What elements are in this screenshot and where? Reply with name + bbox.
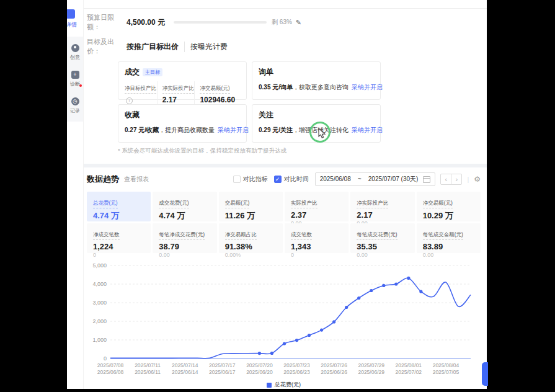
chevron-left-icon[interactable]: ‹ <box>440 174 451 185</box>
goal-card-deal[interactable]: 成交 主目标 净目标投产比i 2.45 ✎ 净实际投产比 2.17 <box>118 61 247 100</box>
adopt-enable-link[interactable]: 采纳并开启 <box>352 84 383 91</box>
goal-price: 0.29 元/关注 <box>259 127 293 133</box>
metric-label: 每笔净成交花费(元) <box>159 231 205 240</box>
budget-remaining: 剩 63% <box>272 18 292 27</box>
metric-card-orders[interactable]: 成交笔数 1,343 0 <box>285 223 349 253</box>
goal-card-inquiry[interactable]: 询单 0.35 元/询单，获取更多意向咨询采纳并开启 <box>252 61 381 100</box>
alert-dot <box>79 84 82 87</box>
bidding-label: 目标及出价： <box>87 37 127 56</box>
main-panel: 预算日限额： 4,500.00 元 剩 63% ✎ 目标及出价： 按推广目标出价… <box>84 0 487 389</box>
metric-value: 2.17 <box>357 210 408 220</box>
goal-title: 关注 <box>259 110 273 120</box>
svg-text:2025/06/26: 2025/06/26 <box>321 369 347 375</box>
metric-value: 4.74 万 <box>93 210 144 221</box>
sidebar-menu: 创意 诊断 记录 <box>67 37 83 122</box>
sidebar-item-label: 诊断 <box>70 81 80 87</box>
svg-text:2025/07/23: 2025/07/23 <box>283 362 310 368</box>
goal-metric-value: 102946.60 <box>200 96 240 104</box>
metric-label: 总花费(元) <box>93 200 118 208</box>
svg-text:2025/07/20: 2025/07/20 <box>246 362 273 368</box>
svg-text:2025/06/23: 2025/06/23 <box>283 369 310 375</box>
metric-card-net-orders[interactable]: 净成交笔数 1,224 0 <box>87 223 151 253</box>
svg-text:1,000: 1,000 <box>92 337 107 343</box>
compare-time-checkbox[interactable]: ✓ <box>274 176 282 183</box>
gear-icon[interactable]: ⚙ <box>474 175 481 184</box>
goal-metric-label: 净交易额(元) <box>200 85 229 94</box>
primary-goal-badge: 主目标 <box>143 68 162 76</box>
metric-card-total-spend[interactable]: 总花费(元) 4.74 万 0.00 <box>87 192 151 221</box>
metric-label: 成交笔数 <box>291 231 312 240</box>
goal-title: 成交 <box>125 67 140 78</box>
budget-row: 预算日限额： 4,500.00 元 剩 63% ✎ <box>87 13 481 32</box>
svg-text:2025/07/08: 2025/07/08 <box>97 362 124 368</box>
sidebar-active-icon[interactable] <box>67 9 75 19</box>
svg-text:2025/08/04: 2025/08/04 <box>433 362 460 368</box>
goal-metric-value: 2.17 <box>162 96 195 104</box>
metric-card-net-gmv-ratio[interactable]: 净交易额占比 91.38% 0.00% <box>219 223 283 253</box>
sidebar-item-details[interactable]: 详情 <box>67 21 83 29</box>
sidebar-item-history[interactable]: 记录 <box>70 97 80 114</box>
feedback-float-button[interactable] <box>482 362 488 386</box>
trend-chart: 01,0002,0003,0004,0005,0002025/07/082025… <box>87 259 481 381</box>
sidebar-item-label: 记录 <box>70 107 80 114</box>
chevron-right-icon[interactable]: › <box>451 174 462 185</box>
metric-value: 4.74 万 <box>159 210 210 221</box>
metric-card-net-gmv[interactable]: 净交易额(元) 10.29 万 0.00 <box>417 192 481 221</box>
info-icon[interactable]: i <box>126 97 133 104</box>
svg-text:2025/08/01: 2025/08/01 <box>396 362 422 368</box>
goal-desc-text: ，获取更多意向咨询 <box>293 84 349 91</box>
svg-text:2025/07/14: 2025/07/14 <box>172 362 198 368</box>
metric-compare-value: 0.00 <box>357 252 408 258</box>
click-indicator <box>309 122 331 143</box>
goal-metric-label: 净实际投产比 <box>162 85 194 94</box>
metric-card-roi[interactable]: 实际投产比 2.37 0.00 <box>285 192 349 221</box>
metric-value: 10.29 万 <box>423 210 474 221</box>
clock-icon <box>71 97 79 105</box>
adopt-enable-link[interactable]: 采纳并开启 <box>218 127 249 133</box>
trend-title: 数据趋势 <box>87 174 119 185</box>
svg-text:2025/06/17: 2025/06/17 <box>209 369 236 375</box>
svg-text:2025/07/17: 2025/07/17 <box>209 362 236 368</box>
edit-icon[interactable]: ✎ <box>296 19 301 27</box>
adopt-enable-link[interactable]: 采纳并开启 <box>352 127 383 133</box>
metric-card-cost-per-order[interactable]: 每笔成交花费(元) 35.35 0.00 <box>350 223 414 253</box>
metric-compare-value: 0 <box>93 252 144 258</box>
metric-value: 1,224 <box>93 242 144 251</box>
metric-value: 1,343 <box>291 242 342 251</box>
view-report-link[interactable]: 查看报表 <box>124 175 149 184</box>
svg-text:2025/06/08: 2025/06/08 <box>97 369 124 375</box>
compare-metric-checkbox[interactable] <box>233 176 241 183</box>
svg-text:2,000: 2,000 <box>92 318 107 324</box>
metric-label: 交易额(元) <box>225 200 250 208</box>
divider: | <box>467 176 469 183</box>
goal-desc: 0.27 元/收藏，提升商品收藏数量采纳并开启 <box>125 126 240 135</box>
metric-card-gmv[interactable]: 交易额(元) 11.26 万 0.00 <box>219 192 283 221</box>
goal-card-favorite[interactable]: 收藏 0.27 元/收藏，提升商品收藏数量采纳并开启 <box>118 104 247 143</box>
date-nav: ‹ › <box>440 174 462 185</box>
chart-legend: 总花费(元) <box>87 381 481 389</box>
bidding-row: 目标及出价： 按推广目标出价 按曝光计费 <box>87 37 481 56</box>
metric-card-amount-per-order[interactable]: 每笔成交金额(元) 83.89 0.00 <box>417 223 481 253</box>
metric-card-net-roi[interactable]: 净实际投产比 2.17 0.00 <box>350 192 414 221</box>
tab-bid-by-goal[interactable]: 按推广目标出价 <box>127 42 179 52</box>
svg-text:2025/06/29: 2025/06/29 <box>358 369 384 375</box>
metric-card-net-cost-per-order[interactable]: 每笔净成交花费(元) 38.79 0.00 <box>153 223 216 253</box>
metric-card-deal-spend[interactable]: 成交花费(元) 4.74 万 0.00 <box>153 192 216 221</box>
budget-value: 4,500.00 元 <box>127 17 165 28</box>
compare-metric-label: 对比指标 <box>243 175 268 184</box>
bulb-icon <box>71 44 79 52</box>
cursor-icon <box>318 128 327 138</box>
metric-label: 净成交笔数 <box>93 231 120 240</box>
calendar-icon <box>423 176 430 183</box>
metric-compare-value: 0.00 <box>159 252 210 258</box>
metric-label: 净交易额占比 <box>225 231 257 240</box>
tab-bid-by-impression[interactable]: 按曝光计费 <box>184 42 228 52</box>
svg-text:2025/07/02: 2025/07/02 <box>396 369 422 375</box>
goal-metric-label: 净目标投产比 <box>125 85 156 94</box>
sidebar-item-creative[interactable]: 创意 <box>70 44 80 61</box>
app-window: 详情 创意 诊断 记录 预算日限额 <box>67 0 487 389</box>
date-range-picker[interactable]: 2025/06/08 ~ 2025/07/07 (30天) <box>315 172 436 186</box>
goal-card-title-row: 成交 主目标 <box>125 67 240 78</box>
sidebar-item-diagnosis[interactable]: 诊断 <box>70 71 80 87</box>
legend-label: 总花费(元) <box>275 381 301 389</box>
